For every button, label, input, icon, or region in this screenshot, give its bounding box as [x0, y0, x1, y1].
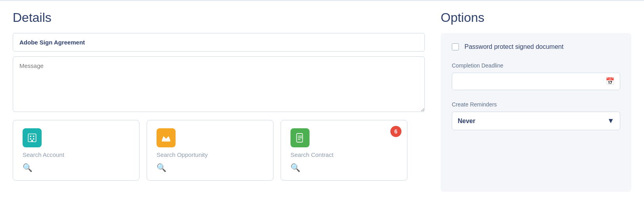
opportunity-card-label: Search Opportunity — [157, 151, 264, 158]
search-contract-card[interactable]: 6 Search Contract 🔍 — [281, 120, 407, 181]
main-layout: Details — [0, 1, 644, 224]
options-title: Options — [441, 10, 631, 25]
svg-rect-2 — [33, 136, 34, 137]
search-opportunity-card[interactable]: Search Opportunity 🔍 — [147, 120, 273, 181]
svg-marker-6 — [162, 136, 170, 141]
contract-badge: 6 — [390, 126, 401, 137]
password-protect-label: Password protect signed document — [464, 42, 564, 51]
crown-icon — [161, 133, 171, 143]
options-panel: Password protect signed document Complet… — [441, 33, 631, 192]
details-title: Details — [13, 10, 425, 25]
message-textarea[interactable] — [13, 56, 425, 112]
contract-search-icon[interactable]: 🔍 — [290, 163, 397, 172]
opportunity-search-icon[interactable]: 🔍 — [157, 163, 264, 172]
account-card-label: Search Account — [23, 151, 130, 158]
svg-rect-7 — [162, 141, 170, 142]
building-icon — [27, 133, 37, 143]
completion-deadline-input[interactable] — [458, 78, 606, 85]
svg-rect-1 — [30, 136, 31, 137]
create-reminders-label: Create Reminders — [452, 101, 620, 108]
search-account-card[interactable]: Search Account 🔍 — [13, 120, 140, 181]
cards-row: Search Account 🔍 Search Opportunity — [13, 120, 425, 181]
calendar-icon[interactable]: 📅 — [606, 77, 614, 86]
reminders-select[interactable]: Never ▼ — [452, 112, 620, 130]
reminders-value: Never — [458, 118, 607, 125]
document-icon — [295, 133, 305, 143]
reminders-chevron-icon[interactable]: ▼ — [607, 117, 614, 125]
contract-card-label: Search Contract — [290, 151, 397, 158]
password-protect-checkbox[interactable] — [452, 43, 459, 50]
account-icon-box — [23, 128, 42, 147]
password-row: Password protect signed document — [452, 42, 620, 51]
contract-icon-box — [290, 128, 310, 147]
svg-rect-3 — [30, 138, 31, 139]
account-search-icon[interactable]: 🔍 — [23, 163, 130, 172]
svg-rect-4 — [33, 138, 34, 139]
details-section: Details — [13, 10, 425, 215]
completion-deadline-wrap[interactable]: 📅 — [452, 73, 620, 90]
agreement-name-input[interactable] — [13, 33, 425, 52]
opportunity-icon-box — [157, 128, 176, 147]
completion-deadline-label: Completion Deadline — [452, 62, 620, 69]
options-section: Options Password protect signed document… — [441, 10, 631, 215]
svg-rect-5 — [31, 140, 33, 141]
